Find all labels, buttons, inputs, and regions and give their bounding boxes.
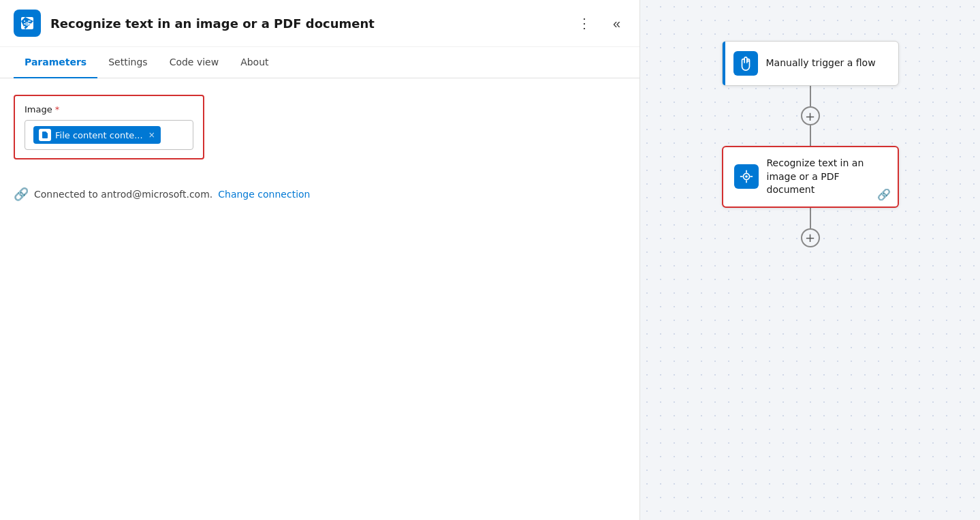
panel-title: Recognize text in an image or a PDF docu… bbox=[50, 16, 563, 31]
tab-settings[interactable]: Settings bbox=[97, 47, 158, 78]
token-icon bbox=[39, 129, 51, 141]
collapse-button[interactable]: « bbox=[607, 13, 626, 34]
svg-point-4 bbox=[745, 176, 748, 179]
recognize-node-icon bbox=[734, 164, 759, 189]
image-input[interactable]: File content conte... × bbox=[25, 120, 193, 150]
tab-about[interactable]: About bbox=[230, 47, 279, 78]
token-close-button[interactable]: × bbox=[148, 130, 155, 140]
add-step-button-2[interactable]: + bbox=[801, 228, 820, 247]
recognize-node[interactable]: Recognize text in an image or a PDF docu… bbox=[722, 146, 899, 208]
tabs-bar: Parameters Settings Code view About bbox=[0, 47, 639, 78]
recognize-icon bbox=[739, 169, 754, 184]
panel-content: Image * File content conte... × bbox=[0, 78, 639, 520]
connection-text: Connected to antrod@microsoft.com. bbox=[34, 189, 212, 200]
trigger-node[interactable]: Manually trigger a flow bbox=[722, 41, 899, 86]
image-field-label: Image * bbox=[25, 104, 193, 114]
more-icon: ⋮ bbox=[578, 15, 591, 31]
connection-row: 🔗 Connected to antrod@microsoft.com. Cha… bbox=[14, 187, 626, 201]
required-marker: * bbox=[55, 104, 60, 114]
connector-line-3 bbox=[810, 208, 811, 228]
tab-code-view[interactable]: Code view bbox=[159, 47, 230, 78]
flow-canvas-panel: Manually trigger a flow + R bbox=[640, 0, 980, 520]
change-connection-link[interactable]: Change connection bbox=[218, 189, 310, 200]
connector-line-2 bbox=[810, 125, 811, 146]
logo-icon bbox=[19, 15, 35, 31]
tab-parameters[interactable]: Parameters bbox=[14, 47, 97, 78]
recognize-node-label: Recognize text in an image or a PDF docu… bbox=[767, 157, 887, 197]
more-options-button[interactable]: ⋮ bbox=[572, 12, 597, 34]
node-left-bar bbox=[723, 42, 725, 85]
flow-canvas: Manually trigger a flow + R bbox=[722, 41, 899, 247]
connector-line-1 bbox=[810, 86, 811, 106]
connection-icon: 🔗 bbox=[14, 187, 29, 201]
panel-header: Recognize text in an image or a PDF docu… bbox=[0, 0, 639, 47]
add-step-button-1[interactable]: + bbox=[801, 106, 820, 125]
collapse-icon: « bbox=[613, 16, 620, 31]
app-logo bbox=[14, 10, 41, 37]
header-actions: ⋮ « bbox=[572, 12, 626, 34]
trigger-icon bbox=[738, 56, 753, 71]
trigger-node-label: Manually trigger a flow bbox=[766, 57, 876, 70]
node-link-icon: 🔗 bbox=[877, 188, 891, 201]
left-panel: Recognize text in an image or a PDF docu… bbox=[0, 0, 640, 520]
trigger-node-icon bbox=[733, 51, 758, 76]
file-content-token[interactable]: File content conte... × bbox=[33, 126, 161, 144]
image-field-section: Image * File content conte... × bbox=[14, 95, 204, 159]
file-icon bbox=[41, 131, 49, 139]
